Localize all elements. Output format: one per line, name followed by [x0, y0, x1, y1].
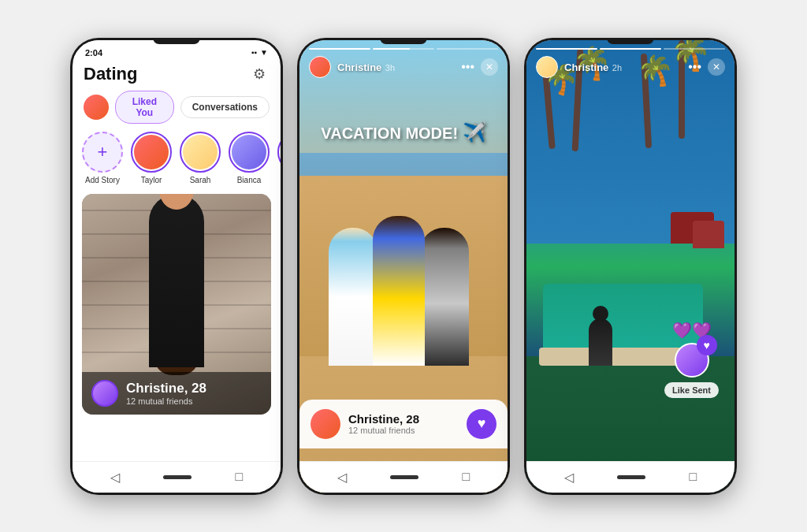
women-group: [329, 216, 478, 366]
story-username-2: Christine: [337, 61, 381, 73]
phone-3: 🌴 🌴 🌴 🌴: [524, 38, 737, 495]
story-user-left-2: Christine 3h: [309, 56, 395, 78]
back-button-2[interactable]: ◁: [337, 470, 347, 485]
status-icons-1: ▪▪ ▼: [251, 48, 268, 57]
sarah-label: Sarah: [190, 176, 211, 184]
story-card-name-2: Christine, 28: [348, 412, 419, 426]
story-user-left-3: Christine 2h: [536, 56, 622, 78]
app-title: Dating: [84, 64, 137, 84]
story-taylor[interactable]: Taylor: [131, 132, 172, 184]
profile-card[interactable]: Christine, 28 12 mutual friends: [82, 194, 271, 415]
home-pill-2[interactable]: [390, 475, 418, 479]
progress-bar-3-1: [536, 48, 597, 50]
progress-bar-3-2: [600, 48, 661, 50]
recent-button-2[interactable]: □: [463, 470, 470, 484]
story-close-button-2[interactable]: ✕: [481, 58, 498, 76]
taylor-avatar: [134, 135, 169, 169]
story-bianca[interactable]: Bianca: [229, 132, 270, 184]
profile-mini-avatar: [91, 380, 118, 407]
story-more-button-2[interactable]: •••: [461, 60, 474, 74]
story-username-3: Christine: [564, 61, 608, 73]
story-fullscreen-2: VACATION MODE! ✈️ Christine 3: [299, 40, 508, 493]
story-fullscreen-3: 🌴 🌴 🌴 🌴: [526, 40, 734, 493]
progress-bar-3-3: [664, 48, 725, 50]
phone-nav-3: ◁ □: [526, 461, 734, 493]
story-sarah[interactable]: Sarah: [180, 132, 221, 184]
profile-mutual: 12 mutual friends: [126, 396, 206, 406]
like-sent-label: Like Sent: [664, 382, 719, 398]
woman-2: [373, 216, 425, 366]
story-card-left-2: Christine, 28 12 mutual friends: [311, 409, 419, 439]
back-button-3[interactable]: ◁: [564, 470, 574, 485]
phone-notch-2: [380, 38, 427, 44]
time-1: 2:04: [85, 48, 102, 58]
like-sent-overlay: 💜💜 ♥ Like Sent: [664, 343, 719, 398]
vacation-label: VACATION MODE!: [321, 125, 458, 142]
story-user-row-2: Christine 3h ••• ✕: [309, 56, 498, 78]
story-sp[interactable]: Sp...: [277, 132, 281, 184]
resort-building-2: [693, 221, 724, 248]
woman-head: [159, 194, 194, 210]
story-top-bar-3: Christine 2h ••• ✕: [526, 40, 734, 83]
bianca-label: Bianca: [237, 176, 262, 184]
woman-1: [329, 228, 377, 366]
story-time-val-3: 2h: [612, 63, 622, 73]
story-user-avatar-2: [309, 56, 331, 78]
progress-bar-3: [437, 48, 498, 50]
phone-nav-1: ◁ □: [73, 461, 281, 493]
like-sent-heart-icon: ♥: [697, 335, 717, 355]
progress-bars-3: [536, 48, 725, 50]
resort-background: 🌴 🌴 🌴 🌴: [526, 40, 734, 493]
resort-figure-head: [593, 306, 608, 322]
home-pill-1[interactable]: [163, 475, 192, 479]
story-user-avatar-3: [536, 56, 558, 78]
signal-icon: ▼: [260, 48, 268, 57]
settings-icon[interactable]: ⚙: [249, 64, 270, 84]
vacation-text: VACATION MODE! ✈️: [321, 121, 485, 143]
dating-header: Dating ⚙: [73, 61, 281, 91]
phone-notch-3: [607, 38, 654, 44]
story-card-avatar-2: [311, 409, 340, 439]
battery-icon: ▪▪: [251, 48, 257, 57]
recent-button-3[interactable]: □: [690, 470, 697, 484]
story-top-bar-2: Christine 3h ••• ✕: [299, 40, 508, 83]
woman-body: [149, 194, 204, 367]
like-sent-avatar-wrapper: 💜💜 ♥: [675, 343, 709, 378]
phone-nav-2: ◁ □: [299, 461, 508, 493]
stories-row: + Add Story Taylor Sarah Bianca: [73, 132, 281, 184]
resort-figure: [589, 318, 612, 366]
like-button-2[interactable]: ♥: [467, 409, 496, 439]
add-story-label: Add Story: [85, 176, 120, 184]
story-bottom-card-2: Christine, 28 12 mutual friends ♥: [299, 400, 508, 448]
tab-conversations[interactable]: Conversations: [180, 96, 270, 118]
progress-bar-2: [373, 48, 434, 50]
progress-bar-1: [309, 48, 370, 50]
profile-name: Christine, 28: [126, 381, 206, 396]
story-user-info-3: Christine 2h: [564, 60, 622, 74]
tab-avatar: [84, 95, 109, 120]
story-add[interactable]: + Add Story: [82, 132, 123, 184]
story-card-mutual-2: 12 mutual friends: [348, 426, 419, 435]
story-user-row-3: Christine 2h ••• ✕: [536, 56, 725, 78]
vacation-emoji: ✈️: [463, 121, 486, 143]
story-close-button-3[interactable]: ✕: [708, 58, 725, 76]
home-pill-3[interactable]: [617, 475, 645, 479]
tab-liked-you[interactable]: Liked You: [115, 91, 174, 124]
taylor-label: Taylor: [141, 176, 162, 184]
phone-1: 2:04 ▪▪ ▼ Dating ⚙ Liked You Conversatio…: [70, 38, 283, 495]
add-story-button[interactable]: +: [82, 132, 123, 173]
tabs-row: Liked You Conversations: [73, 91, 281, 124]
sarah-avatar: [183, 135, 218, 169]
phone-2: VACATION MODE! ✈️ Christine 3: [297, 38, 510, 495]
back-button-1[interactable]: ◁: [110, 470, 120, 485]
story-more-button-3[interactable]: •••: [688, 60, 701, 74]
profile-text: Christine, 28 12 mutual friends: [126, 381, 206, 406]
story-time-val-2: 3h: [385, 63, 395, 73]
story-card-info-2: Christine, 28 12 mutual friends: [348, 412, 419, 435]
progress-bars-2: [309, 48, 498, 50]
story-user-info-2: Christine 3h: [337, 60, 395, 74]
phone-notch-1: [153, 38, 200, 44]
profile-info-bar: Christine, 28 12 mutual friends: [82, 372, 271, 415]
bianca-avatar: [232, 135, 266, 169]
recent-button-1[interactable]: □: [236, 470, 244, 484]
